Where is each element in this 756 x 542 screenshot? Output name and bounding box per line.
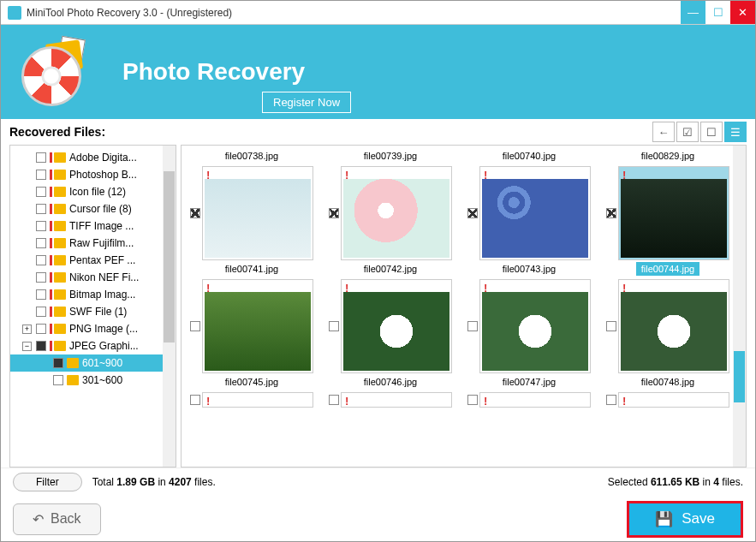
grid-cell[interactable]: !file00744.jpg	[599, 166, 736, 277]
tree-item[interactable]: Photoshop B...	[10, 166, 176, 183]
grid-cell[interactable]: !file00746.jpg	[322, 279, 459, 390]
grid-cell[interactable]: !	[322, 392, 459, 408]
thumbnail[interactable]: !	[341, 392, 452, 408]
file-checkbox[interactable]	[190, 395, 200, 405]
file-checkbox[interactable]	[190, 321, 200, 331]
file-checkbox[interactable]	[329, 321, 339, 331]
checkbox[interactable]	[36, 307, 46, 317]
expand-icon[interactable]: +	[22, 325, 32, 334]
checkbox[interactable]	[36, 238, 46, 248]
filename: file00741.jpg	[220, 262, 283, 276]
file-checkbox[interactable]	[606, 321, 616, 331]
tree-item[interactable]: TIFF Image ...	[10, 217, 176, 235]
toolbar: Recovered Files: ← ☑ ☐ ☰	[1, 119, 755, 145]
tree-item[interactable]: Bitmap Imag...	[10, 286, 176, 303]
back-view-button[interactable]: ←	[652, 122, 675, 142]
thumbnail[interactable]: !	[202, 279, 313, 373]
register-button[interactable]: Register Now	[262, 92, 351, 113]
thumbnail-view-button[interactable]: ☰	[724, 122, 747, 142]
tree-item[interactable]: Raw Fujifilm...	[10, 235, 176, 252]
thumbnail[interactable]: !	[202, 392, 313, 408]
thumbnail[interactable]: !	[618, 279, 729, 373]
grid-cell[interactable]: !file00742.jpg	[322, 166, 459, 277]
grid-cell[interactable]: !	[183, 392, 320, 408]
file-checkbox[interactable]	[329, 208, 339, 218]
checkbox[interactable]	[36, 289, 46, 300]
file-checkbox[interactable]	[606, 395, 616, 405]
file-checkbox[interactable]	[467, 395, 478, 405]
thumbnail-grid[interactable]: file00738.jpgfile00739.jpgfile00740.jpgf…	[181, 145, 747, 468]
tree-item[interactable]: Cursor file (8)	[10, 200, 176, 217]
thumbnail[interactable]: !	[341, 166, 452, 260]
checkbox[interactable]	[36, 341, 46, 351]
save-button[interactable]: 💾 Save	[627, 501, 743, 538]
checkbox[interactable]	[36, 187, 46, 197]
tree-subitem[interactable]: 601~900	[10, 354, 176, 372]
tree-label: Bitmap Imag...	[69, 289, 135, 301]
thumbnail[interactable]: !	[618, 392, 729, 408]
thumbnail[interactable]: !	[479, 279, 591, 373]
thumbnail[interactable]: !	[479, 392, 591, 408]
titlebar: MiniTool Photo Recovery 3.0 - (Unregiste…	[1, 1, 755, 25]
grid-cell[interactable]: file00739.jpg	[322, 147, 459, 164]
checkbox[interactable]	[36, 272, 46, 283]
grid-cell[interactable]: !file00745.jpg	[183, 279, 320, 390]
tree-label: JPEG Graphi...	[69, 340, 139, 352]
filter-button[interactable]: Filter	[13, 473, 82, 491]
close-button[interactable]: ✕	[730, 1, 755, 24]
file-checkbox[interactable]	[467, 208, 478, 218]
tree-item[interactable]: SWF File (1)	[10, 303, 176, 320]
maximize-button[interactable]: ☐	[705, 1, 730, 24]
grid-scrollbar[interactable]	[733, 146, 746, 467]
checkbox[interactable]	[36, 152, 46, 163]
filename: file00742.jpg	[359, 262, 422, 276]
warning-icon: !	[345, 395, 348, 408]
warning-icon: !	[484, 282, 487, 295]
tree-item[interactable]: Nikon NEF Fi...	[10, 269, 176, 286]
warning-icon: !	[345, 169, 348, 182]
minimize-button[interactable]: —	[681, 1, 705, 24]
folder-icon	[54, 204, 66, 214]
tree-label: Nikon NEF Fi...	[69, 271, 139, 283]
checkbox[interactable]	[36, 170, 46, 180]
checkbox[interactable]	[53, 358, 63, 368]
tree-label: SWF File (1)	[69, 306, 127, 318]
file-tree[interactable]: Adobe Digita...Photoshop B...Icon file (…	[9, 145, 176, 468]
checkbox[interactable]	[36, 204, 46, 214]
tree-item[interactable]: −JPEG Graphi...	[10, 337, 176, 354]
thumbnail[interactable]: !	[202, 166, 313, 260]
tree-scrollbar[interactable]	[163, 146, 176, 467]
file-checkbox[interactable]	[467, 321, 478, 331]
statusbar: Filter Total 1.89 GB in 4207 files. Sele…	[1, 468, 755, 495]
grid-cell[interactable]: !	[461, 392, 598, 408]
file-checkbox[interactable]	[606, 208, 616, 218]
tree-item[interactable]: Pentax PEF ...	[10, 252, 176, 269]
grid-cell[interactable]: file00740.jpg	[461, 147, 598, 164]
checkbox[interactable]	[36, 324, 46, 334]
grid-cell[interactable]: !	[599, 392, 736, 408]
checkbox[interactable]	[36, 221, 46, 231]
thumbnail[interactable]: !	[618, 166, 729, 260]
collapse-icon[interactable]: −	[22, 342, 32, 351]
file-checkbox[interactable]	[190, 208, 200, 218]
grid-cell[interactable]: file00829.jpg	[599, 147, 736, 164]
tree-item[interactable]: Icon file (12)	[10, 183, 176, 200]
thumbnail[interactable]: !	[479, 166, 591, 260]
back-button[interactable]: ↶ Back	[13, 503, 101, 535]
select-all-button[interactable]: ☑	[676, 122, 699, 142]
tree-subitem[interactable]: 301~600	[10, 372, 176, 389]
folder-icon	[54, 307, 66, 317]
grid-cell[interactable]: !file00743.jpg	[461, 166, 598, 277]
grid-cell[interactable]: file00738.jpg	[183, 147, 320, 164]
thumbnail[interactable]: !	[341, 279, 452, 373]
grid-cell[interactable]: !file00748.jpg	[599, 279, 736, 390]
file-checkbox[interactable]	[329, 395, 339, 405]
checkbox[interactable]	[36, 255, 46, 265]
grid-cell[interactable]: !file00747.jpg	[461, 279, 598, 390]
tree-item[interactable]: +PNG Image (...	[10, 320, 176, 337]
grid-cell[interactable]: !file00741.jpg	[183, 166, 320, 277]
folder-icon	[54, 152, 66, 163]
tree-item[interactable]: Adobe Digita...	[10, 149, 176, 166]
checkbox[interactable]	[53, 375, 63, 385]
deselect-all-button[interactable]: ☐	[700, 122, 723, 142]
